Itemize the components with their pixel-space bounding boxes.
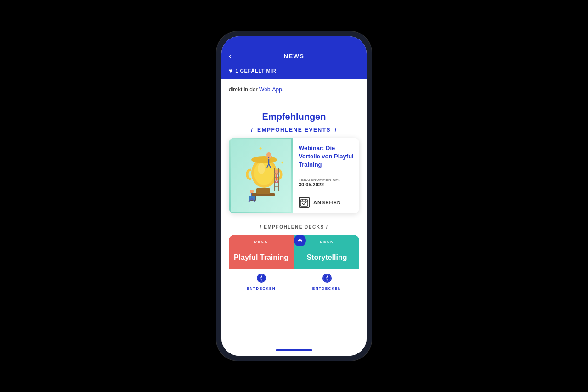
svg-point-6 — [251, 156, 277, 163]
new-badge: ✳ — [294, 235, 306, 246]
status-bar — [221, 36, 367, 49]
decks-subtitle: / EMPFOHLENE DECKS / — [221, 221, 367, 235]
phone-screen: ‹ NEWS ♥ 1 GEFÄLLT MIR direkt in der Web… — [221, 36, 367, 356]
bottom-bar — [221, 347, 367, 356]
event-date: 30.05.2022 — [299, 182, 354, 187]
svg-rect-33 — [300, 200, 308, 206]
svg-point-7 — [266, 152, 271, 157]
svg-text:✦: ✦ — [281, 161, 284, 165]
likes-count-label: 1 GEFÄLLT MIR — [235, 68, 276, 73]
heart-icon: ♥ — [229, 67, 232, 74]
event-image: ✦ ✦ — [229, 138, 293, 213]
compass-icon-2 — [322, 273, 332, 286]
deck-label-2: DECK — [320, 240, 334, 244]
web-app-link[interactable]: Web-App — [259, 86, 282, 93]
recommendations-title: Empfehlungen — [221, 106, 367, 125]
intro-text: direkt in der Web-App. — [221, 79, 367, 98]
deck-name-1: Playful Training — [234, 253, 288, 263]
divider — [229, 102, 359, 102]
trophy-illustration: ✦ ✦ — [231, 139, 291, 212]
app-header: ‹ NEWS — [221, 49, 367, 64]
event-card: ✦ ✦ Webinar: Die Vorteile von Playful Tr… — [229, 138, 359, 213]
deck-footer-1[interactable]: ENTDECKEN — [229, 269, 294, 293]
svg-rect-2 — [256, 188, 270, 194]
deck-action-1: ENTDECKEN — [247, 286, 276, 291]
decks-row: DECK Playful Training ENTDECKE — [229, 235, 359, 294]
svg-point-5 — [258, 163, 265, 174]
calendar-icon — [299, 197, 310, 208]
scroll-content[interactable]: direkt in der Web-App. Empfehlungen / EM… — [221, 79, 367, 347]
deck-body-1: DECK Playful Training — [229, 235, 294, 270]
event-divider — [299, 192, 354, 192]
deck-label-1: DECK — [254, 240, 268, 244]
deck-footer-2[interactable]: ENTDECKEN — [294, 269, 359, 293]
compass-icon-1 — [256, 273, 266, 286]
event-action-label: ANSEHEN — [313, 200, 341, 205]
deck-card-playful-training: DECK Playful Training ENTDECKE — [229, 235, 294, 294]
header-title: NEWS — [284, 53, 305, 60]
event-action-button[interactable]: ANSEHEN — [299, 197, 354, 208]
svg-point-19 — [275, 170, 278, 174]
likes-bar: ♥ 1 GEFÄLLT MIR — [221, 64, 367, 79]
slash-right: / — [335, 127, 337, 133]
event-info: Webinar: Die Vorteile von Playful Traini… — [293, 138, 359, 213]
deck-body-2: ✳ DECK Storytelling — [294, 235, 359, 270]
home-indicator — [276, 349, 312, 351]
deck-name-2: Storytelling — [306, 253, 347, 263]
event-date-label: TEILGENOMMEN AM: — [299, 178, 354, 182]
deck-action-2: ENTDECKEN — [312, 286, 341, 291]
events-subtitle: / EMPFOHLENE EVENTS / — [221, 125, 367, 138]
phone-device: ‹ NEWS ♥ 1 GEFÄLLT MIR direkt in der Web… — [216, 31, 372, 361]
event-title: Webinar: Die Vorteile von Playful Traini… — [299, 144, 354, 169]
svg-point-4 — [254, 161, 274, 185]
slash-left: / — [251, 127, 254, 133]
svg-text:✦: ✦ — [259, 146, 262, 151]
back-button[interactable]: ‹ — [229, 51, 232, 61]
deck-card-storytelling: ✳ DECK Storytelling — [294, 235, 359, 294]
svg-point-25 — [250, 190, 254, 193]
